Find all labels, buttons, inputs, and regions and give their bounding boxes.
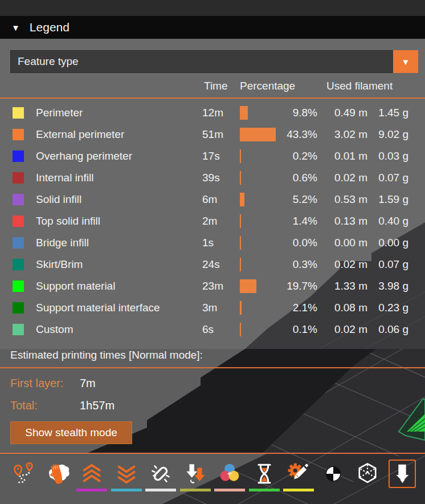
feature-label: Top solid infill — [36, 215, 202, 227]
center-of-gravity-icon — [321, 461, 346, 486]
feature-percent: 0.6% — [276, 172, 317, 184]
feature-label: Skirt/Brim — [36, 258, 202, 271]
feature-percent: 1.4% — [276, 215, 317, 227]
feature-filament-length: 0.00 m — [317, 237, 367, 249]
feature-time: 3m — [202, 302, 240, 314]
deretractions-icon — [114, 461, 139, 486]
toolbar-button-deretractions[interactable] — [111, 460, 142, 501]
table-row[interactable]: Custom 6s 0.1% 0.02 m 0.06 g — [0, 319, 425, 340]
column-header-used-filament: Used filament — [326, 80, 393, 92]
toolbar-button-seams[interactable] — [145, 460, 177, 501]
toolbar-button-shells[interactable] — [352, 460, 383, 501]
option-underline — [249, 489, 280, 491]
tool-marker-icon — [391, 462, 414, 486]
collapse-triangle-icon[interactable]: ▼ — [11, 23, 20, 32]
preview-toolbar — [0, 460, 425, 501]
feature-color-swatch — [13, 194, 24, 205]
feature-color-swatch — [13, 172, 24, 184]
toolbar-button-pause-prints[interactable] — [248, 460, 280, 501]
percent-bar-cell — [240, 214, 276, 228]
percent-bar-cell — [240, 193, 276, 206]
toolbar-button-travel-paths[interactable] — [7, 460, 39, 501]
toolbar-button-center-of-gravity[interactable] — [317, 460, 349, 501]
dropdown-button[interactable]: ▼ — [393, 50, 418, 73]
feature-filament-length: 0.02 m — [317, 323, 367, 336]
feature-label: Internal infill — [36, 172, 202, 184]
feature-time: 6m — [202, 193, 240, 206]
option-underline — [180, 489, 211, 491]
first-layer-label: First layer: — [10, 377, 63, 390]
percent-bar-cell — [240, 301, 276, 315]
percent-bar — [240, 171, 241, 185]
feature-filament-weight: 0.07 g — [367, 258, 408, 271]
percent-bar — [240, 106, 248, 120]
table-row[interactable]: Overhang perimeter 17s 0.2% 0.01 m 0.03 … — [0, 145, 425, 167]
feature-color-swatch — [13, 281, 24, 292]
toolbar-button-custom-gcodes[interactable] — [283, 460, 314, 501]
option-underline — [145, 489, 176, 491]
percent-bar — [240, 214, 241, 228]
feature-percent: 9.8% — [276, 107, 317, 119]
table-row[interactable]: Support material interface 3m 2.1% 0.08 … — [0, 297, 425, 319]
feature-filament-weight: 0.06 g — [367, 323, 408, 336]
feature-filament-length: 0.49 m — [317, 107, 367, 119]
percent-bar — [240, 193, 244, 206]
percent-bar-cell — [240, 258, 276, 271]
table-row[interactable]: Internal infill 39s 0.6% 0.02 m 0.07 g — [0, 167, 425, 189]
table-row[interactable]: Solid infill 6m 5.2% 0.53 m 1.59 g — [0, 189, 425, 210]
feature-filament-weight: 3.98 g — [367, 280, 408, 292]
total-label: Total: — [10, 399, 38, 412]
feature-filament-weight: 1.45 g — [367, 107, 408, 119]
feature-percent: 0.1% — [276, 323, 317, 336]
view-type-select[interactable]: Feature type ▼ — [10, 50, 418, 73]
feature-label: Support material interface — [36, 302, 202, 314]
option-underline — [76, 489, 107, 491]
feature-filament-weight: 0.03 g — [367, 150, 408, 162]
show-stealth-mode-button[interactable]: Show stealth mode — [10, 421, 132, 444]
table-row[interactable]: Support material 23m 19.7% 1.33 m 3.98 g — [0, 275, 425, 297]
feature-time: 12m — [202, 107, 240, 119]
percent-bar — [240, 258, 241, 271]
column-header-time: Time — [204, 80, 228, 92]
toolbar-button-retractions[interactable] — [76, 460, 108, 501]
feature-color-swatch — [13, 324, 24, 335]
percent-bar-cell — [240, 106, 276, 120]
feature-filament-length: 1.33 m — [317, 280, 367, 292]
toolbar-button-tool-marker[interactable] — [386, 460, 418, 501]
percent-bar-cell — [240, 236, 276, 250]
chevron-down-icon: ▼ — [402, 57, 410, 67]
feature-filament-weight: 0.07 g — [367, 172, 408, 184]
percent-bar-cell — [240, 128, 276, 141]
table-header: Time Percentage Used filament — [0, 80, 425, 96]
feature-table: Perimeter 12m 9.8% 0.49 m 1.45 g Externa… — [0, 102, 425, 340]
percent-bar-cell — [240, 279, 276, 293]
toolbar-button-tool-changes[interactable] — [179, 460, 211, 501]
percent-bar — [240, 149, 241, 163]
feature-percent: 0.0% — [276, 237, 317, 249]
feature-percent: 43.3% — [276, 128, 317, 141]
toolbar-button-wipe[interactable] — [42, 460, 73, 501]
percent-bar — [240, 236, 241, 250]
tool-changes-icon — [183, 461, 208, 486]
total-value: 1h57m — [80, 399, 115, 412]
option-underline — [352, 489, 383, 491]
gcode-preview-window: ▼ Legend Feature type ▼ Time Percentage … — [0, 0, 425, 504]
table-row[interactable]: Perimeter 12m 9.8% 0.49 m 1.45 g — [0, 102, 425, 124]
feature-label: Support material — [36, 280, 202, 292]
table-row[interactable]: Bridge infill 1s 0.0% 0.00 m 0.00 g — [0, 232, 425, 254]
feature-time: 6s — [202, 323, 240, 336]
custom-gcodes-icon — [286, 461, 311, 486]
feature-percent: 0.3% — [276, 258, 317, 271]
feature-label: Custom — [36, 323, 202, 336]
percent-bar-cell — [240, 171, 276, 185]
feature-time: 51m — [202, 128, 240, 141]
table-row[interactable]: External perimeter 51m 43.3% 3.02 m 9.02… — [0, 124, 425, 145]
feature-color-swatch — [13, 151, 24, 162]
toolbar-button-color-changes[interactable] — [214, 460, 246, 501]
feature-time: 24s — [202, 258, 240, 271]
feature-time: 39s — [202, 172, 240, 184]
table-row[interactable]: Top solid infill 2m 1.4% 0.13 m 0.40 g — [0, 210, 425, 232]
table-row[interactable]: Skirt/Brim 24s 0.3% 0.02 m 0.07 g — [0, 254, 425, 275]
feature-percent: 2.1% — [276, 302, 317, 314]
feature-label: Perimeter — [36, 107, 202, 119]
